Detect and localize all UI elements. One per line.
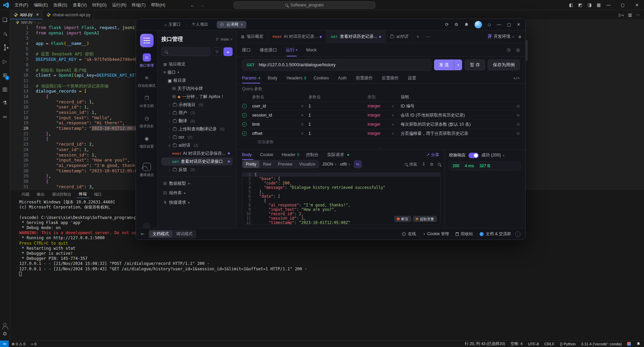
- document-tab[interactable]: ⊞ 项目概览: [237, 30, 268, 43]
- enabled-check-icon[interactable]: ✓: [242, 104, 247, 108]
- request-tab[interactable]: Cookies: [314, 73, 330, 83]
- param-row[interactable]: ✓ user_id = 1 integer ∨ ID 编号 ⊖: [242, 101, 520, 110]
- search-response-button[interactable]: 搜索: [405, 162, 417, 167]
- split-editor-icon[interactable]: ▥: [628, 13, 632, 17]
- account-icon[interactable]: [3, 323, 6, 326]
- problems-status[interactable]: ⊗0 ⚠0: [9, 342, 28, 346]
- footer-item[interactable]: ◔ Cookie 管理: [423, 231, 449, 237]
- tree-item[interactable]: GET 查看对话历史记录接口: [161, 157, 233, 166]
- view-mode-segment[interactable]: Visualize: [296, 160, 319, 168]
- notifications-bell-icon[interactable]: [634, 342, 644, 346]
- remote-indicator[interactable]: ><: [0, 341, 9, 347]
- tree-item[interactable]: ⌗ 接口 ▾: [161, 68, 233, 76]
- toggle-secondary-sidebar-icon[interactable]: ◨: [587, 2, 591, 7]
- project-tab-close-icon[interactable]: ✕: [240, 23, 243, 26]
- tree-item[interactable]: Ⓜ 关于访问令牌: [161, 84, 233, 93]
- menu-item[interactable]: 转到(G): [89, 0, 109, 10]
- tree-item[interactable]: › 翻译 (6): [161, 117, 233, 125]
- sidebar-section[interactable]: ↯ 快捷请求 ▸: [161, 198, 233, 207]
- extract-variable-button[interactable]: H提取变量: [413, 216, 437, 222]
- request-tab[interactable]: 前置操作: [356, 73, 374, 83]
- code-view-icon[interactable]: </>: [513, 76, 520, 80]
- view-mode-segment[interactable]: Pretty: [242, 160, 260, 168]
- ports-status[interactable]: ⌁0: [28, 342, 39, 346]
- mode-tab[interactable]: Mock: [306, 43, 317, 56]
- url-input[interactable]: GET http://127.0.0.1:5000/ai/dialogue/hi…: [242, 59, 431, 71]
- mode-tab[interactable]: 接口: [242, 43, 251, 56]
- footer-item[interactable]: 回收站: [456, 231, 473, 237]
- menu-item[interactable]: 查看(V): [70, 0, 89, 10]
- share-button[interactable]: ↗分享: [426, 152, 439, 158]
- tree-item[interactable]: POST AI 对话历史记录保存...: [161, 149, 233, 157]
- tree-item[interactable]: › 反馈 (2): [161, 166, 233, 174]
- tree-item[interactable]: Ⓜ ◆ 一分钟，了解 Apifox！: [161, 93, 233, 101]
- rail-item[interactable]: ◉ 项目设置: [140, 134, 154, 149]
- request-tab[interactable]: Params 4: [242, 73, 260, 83]
- run-debug-icon[interactable]: ▷: [0, 54, 10, 68]
- new-tab-icon[interactable]: +: [413, 30, 423, 43]
- sync-icon[interactable]: ⟳: [445, 22, 449, 27]
- maximize-button[interactable]: ▢: [616, 0, 630, 10]
- response-tab[interactable]: Body: [242, 150, 253, 160]
- send-options-icon[interactable]: ∨: [454, 59, 462, 70]
- history-clock-icon[interactable]: ◷: [507, 47, 510, 52]
- footer-item[interactable]: 文档 & 交流群: [480, 231, 511, 237]
- panel-tab[interactable]: 输出: [34, 191, 47, 198]
- validate-toggle[interactable]: [468, 153, 479, 158]
- request-tab[interactable]: Auth: [338, 73, 348, 83]
- response-tab[interactable]: Header 5: [281, 150, 299, 160]
- enabled-check-icon[interactable]: ✓: [242, 131, 247, 136]
- more-tabs-icon[interactable]: ⋯: [423, 30, 433, 43]
- menu-icon[interactable]: ≡: [518, 34, 521, 40]
- close-button[interactable]: ✕: [517, 22, 520, 27]
- panel-tab[interactable]: 终端: [76, 191, 89, 198]
- add-param-button[interactable]: 添加参数: [242, 138, 520, 146]
- more-actions-icon[interactable]: ⋯: [636, 13, 640, 17]
- param-row[interactable]: ✓ session_id = 1 integer ∨ 会话 ID (不传则获取所…: [242, 110, 520, 120]
- debug-mode-button[interactable]: 调试模式: [173, 230, 196, 238]
- zoom-icon[interactable]: [438, 163, 440, 166]
- source-control-icon[interactable]: [0, 41, 10, 54]
- main-window-tab[interactable]: ⌂ 主窗口: [164, 22, 181, 27]
- sidebar-search-input[interactable]: [161, 47, 211, 56]
- environment-selector[interactable]: 开 开发环境 ∨: [488, 34, 514, 40]
- env-icon[interactable]: [624, 342, 634, 346]
- personal-project-tab[interactable]: 个人项目: [192, 22, 208, 27]
- pin-window-icon[interactable]: ◇: [488, 22, 491, 27]
- remove-param-icon[interactable]: ⊖: [511, 122, 520, 127]
- remove-param-icon[interactable]: ⊖: [511, 131, 520, 136]
- nav-back-icon[interactable]: ←: [190, 2, 195, 8]
- api-settings-icon[interactable]: ◎: [516, 47, 520, 52]
- extensions-icon[interactable]: ⊞1: [0, 68, 10, 82]
- send-button[interactable]: 发 送: [434, 59, 454, 70]
- editor-scrollbar[interactable]: [526, 40, 528, 61]
- maximize-button[interactable]: ▢: [507, 22, 511, 27]
- status-item[interactable]: 行 20, 列 43 (已选择20): [462, 341, 508, 346]
- rail-item[interactable]: ≋ 自动化测试: [138, 74, 156, 88]
- rail-item[interactable]: ❐ 分享文档: [140, 94, 154, 108]
- command-center-search[interactable]: Software_program: [234, 1, 375, 9]
- response-tab[interactable]: 控制台: [306, 150, 321, 160]
- mode-tab[interactable]: 运行: [286, 43, 297, 56]
- editor-tab[interactable]: chatai-accord-api.py: [43, 10, 95, 19]
- splitter-handle[interactable]: ⋯: [237, 146, 525, 149]
- panel-tab[interactable]: 端口: [91, 191, 105, 198]
- minimize-button[interactable]: —: [601, 0, 616, 10]
- encoding-dropdown[interactable]: utf8∨: [340, 162, 350, 167]
- doc-mode-button[interactable]: 文档模式: [149, 230, 172, 238]
- mode-tab[interactable]: 修改接口: [260, 43, 277, 56]
- filter-icon[interactable]: ▽: [213, 47, 221, 56]
- param-row[interactable]: ✓ offset = 1 integer ∨ 分页偏移量，用于分页获取历史记录 …: [242, 129, 520, 138]
- request-tab[interactable]: 设置: [408, 73, 418, 83]
- settings-gear-icon[interactable]: ⚙: [3, 331, 7, 337]
- tree-item[interactable]: › 示例项目 (5): [161, 101, 233, 109]
- rail-item[interactable]: 邀请成员: [140, 163, 154, 177]
- close-button[interactable]: ✕: [630, 0, 644, 10]
- remove-param-icon[interactable]: ⊖: [511, 113, 520, 118]
- view-mode-segment[interactable]: Preview: [274, 160, 296, 168]
- copy-icon[interactable]: ⧉: [430, 162, 433, 167]
- rail-item[interactable]: ⌗ 接口管理: [140, 53, 154, 68]
- user-avatar[interactable]: [475, 21, 482, 28]
- explorer-icon[interactable]: ❏: [0, 13, 10, 27]
- assert-button[interactable]: 断言: [394, 216, 411, 222]
